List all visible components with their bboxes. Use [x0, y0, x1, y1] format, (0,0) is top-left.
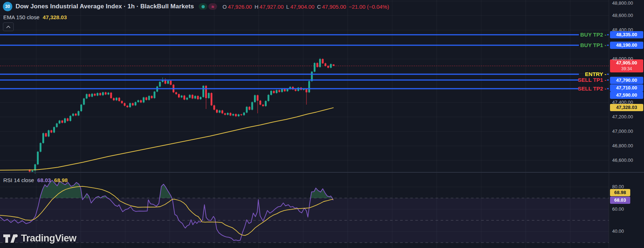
open-label: O	[223, 4, 227, 10]
low-label: L	[286, 4, 289, 10]
ema-legend-name: EMA 150 close	[3, 14, 39, 20]
collapse-legend-button[interactable]	[3, 22, 14, 31]
ema-legend-value: 47,328.03	[43, 14, 67, 20]
low-value: 47,904.00	[290, 4, 314, 10]
close-value: 47,905.00	[322, 4, 346, 10]
close-label: C	[317, 4, 321, 10]
rsi-legend[interactable]: RSI 14 close 68.03 68.98	[3, 177, 68, 183]
tradingview-chart-window: 30 Dow Jones Industrial Average Index · …	[0, 0, 644, 248]
high-value: 47,927.00	[259, 4, 284, 10]
rsi-legend-value: 68.03	[37, 177, 51, 183]
open-value: 47,926.00	[228, 4, 252, 10]
high-label: H	[254, 4, 258, 10]
market-open-icon[interactable]	[199, 3, 207, 10]
symbol-title[interactable]: Dow Jones Industrial Average Index · 1h …	[16, 3, 194, 10]
chart-legend-header: 30 Dow Jones Industrial Average Index · …	[3, 2, 389, 11]
watermark-text: TradingView	[21, 233, 76, 244]
status-icons: ≈	[199, 3, 217, 10]
chevron-up-icon	[6, 26, 10, 28]
chart-canvas[interactable]	[0, 0, 644, 248]
ohlc-readout: O 47,926.00 H 47,927.00 L 47,904.00 C 47…	[223, 4, 389, 10]
tradingview-logo-icon	[3, 233, 18, 244]
ema-legend[interactable]: EMA 150 close 47,328.03	[3, 14, 67, 20]
symbol-logo-badge[interactable]: 30	[3, 2, 12, 11]
green-dot-icon	[202, 5, 205, 8]
rsi-ma-legend-value: 68.98	[54, 177, 68, 183]
rsi-legend-name: RSI 14 close	[3, 177, 34, 183]
tradingview-watermark: TradingView	[3, 233, 76, 244]
change-value: −21.00 (−0.04%)	[349, 4, 389, 10]
price-scale[interactable]	[609, 0, 644, 248]
approx-price-icon[interactable]: ≈	[208, 3, 217, 10]
